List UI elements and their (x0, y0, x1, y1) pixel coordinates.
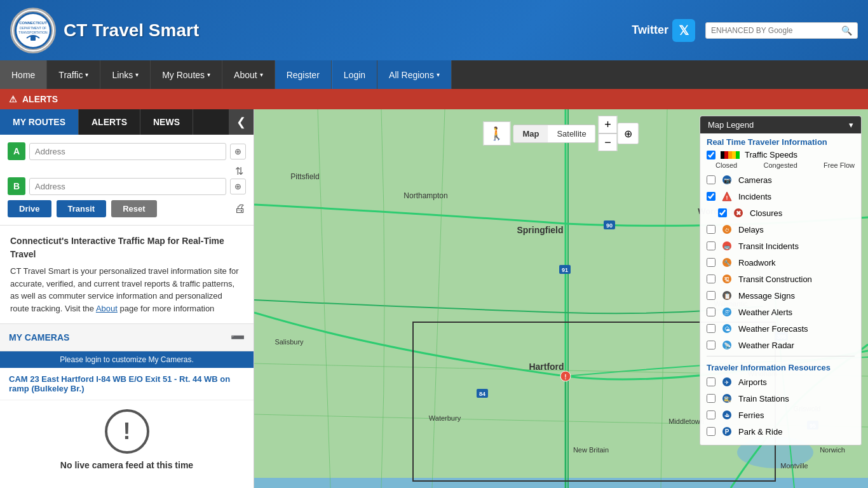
message-signs-checkbox[interactable] (707, 291, 715, 300)
svg-text:Norwich: Norwich (820, 446, 845, 454)
transit-construction-checkbox[interactable] (707, 274, 715, 283)
zoom-out-button[interactable]: − (599, 133, 618, 151)
route-section: A ⊕ ⇅ B ⊕ Drive Transit Reset 🖨 (0, 135, 254, 226)
incidents-checkbox[interactable] (707, 192, 715, 201)
center-map-button[interactable]: ⊕ (618, 123, 639, 144)
delays-checkbox[interactable] (707, 225, 715, 234)
camera-link-text[interactable]: CAM 23 East Hartford I-84 WB E/O Exit 51… (9, 374, 230, 393)
legend-delays: ⏱ Delays (700, 221, 861, 238)
train-stations-checkbox[interactable] (707, 394, 715, 403)
site-header: CONNECTICUT DEPARTMENT OF TRANSPORTATION… (0, 0, 868, 60)
transit-construction-icon: 🏗 (721, 273, 733, 285)
legend-cameras: 📷 Cameras (700, 172, 861, 188)
weather-forecasts-checkbox[interactable] (707, 324, 715, 333)
logo-icon: CONNECTICUT DEPARTMENT OF TRANSPORTATION (10, 8, 56, 53)
print-button[interactable]: 🖨 (234, 200, 246, 217)
legend-divider (707, 356, 855, 356)
zoom-controls: + − (599, 116, 618, 151)
nav-all-regions[interactable]: All Regions ▾ (377, 60, 452, 89)
map-satellite-toggle: Map Satellite (513, 125, 595, 143)
cameras-checkbox[interactable] (707, 175, 715, 184)
svg-text:TRANSPORTATION: TRANSPORTATION (18, 30, 48, 34)
cameras-title: MY CAMERAS (9, 332, 69, 342)
about-link[interactable]: About (96, 304, 118, 313)
roadwork-icon: 🔧 (721, 256, 733, 269)
map-mode-button[interactable]: Map (513, 125, 548, 142)
legend-transit-incidents: 🚌 Transit Incidents (700, 238, 861, 254)
route-a-input[interactable] (29, 143, 226, 160)
legend-closures: ✖ Closures (700, 205, 861, 221)
info-title: Connecticut's Interactive Traffic Map fo… (10, 234, 243, 261)
weather-radar-checkbox[interactable] (707, 341, 715, 349)
svg-text:📡: 📡 (724, 342, 731, 349)
legend-park-ride: P Park & Ride (700, 423, 861, 440)
airports-icon: ✈ (721, 376, 733, 388)
cameras-header: MY CAMERAS ➖ (0, 324, 254, 351)
svg-text:🌤: 🌤 (724, 326, 730, 332)
alerts-icon: ⚠ (9, 94, 17, 104)
svg-rect-8 (254, 478, 868, 488)
tab-news[interactable]: NEWS (140, 109, 193, 135)
closures-checkbox[interactable] (718, 208, 727, 217)
map-area[interactable]: Springfield Hartford Worcester Northampt… (254, 109, 868, 488)
traffic-speeds-icon (721, 151, 740, 159)
nav-my-routes[interactable]: My Routes ▾ (151, 60, 222, 89)
twitter-label: Twitter (632, 24, 668, 37)
legend-dropdown-icon: ▾ (849, 120, 853, 130)
map-legend-panel: Map Legend ▾ Real Time Traveler Informat… (700, 116, 862, 445)
transit-button[interactable]: Transit (57, 200, 107, 217)
site-title: CT Travel Smart (64, 20, 199, 41)
cameras-collapse-btn[interactable]: ➖ (231, 330, 245, 344)
svg-text:Springfield: Springfield (517, 225, 563, 235)
twitter-icon: 𝕏 (672, 19, 695, 42)
svg-text:90: 90 (606, 222, 613, 229)
nav-register[interactable]: Register (275, 60, 332, 89)
reset-button[interactable]: Reset (111, 200, 156, 217)
incidents-label: Incidents (738, 192, 771, 201)
delays-label: Delays (738, 225, 764, 234)
street-view-button[interactable]: 🚶 (483, 121, 510, 146)
search-input[interactable] (711, 26, 841, 35)
nav-links[interactable]: Links ▾ (100, 60, 151, 89)
tab-my-routes[interactable]: MY ROUTES (0, 109, 79, 135)
cameras-icon: 📷 (721, 173, 733, 186)
info-body: CT Travel Smart is your personalized tra… (10, 265, 243, 315)
nav-about[interactable]: About ▾ (222, 60, 275, 89)
traffic-speeds-checkbox[interactable] (707, 151, 715, 159)
panel-tabs: MY ROUTES ALERTS NEWS ❮ (0, 109, 254, 135)
transit-incidents-checkbox[interactable] (707, 241, 715, 250)
legend-traffic-speeds: Traffic Speeds (700, 148, 861, 161)
svg-text:Hartford: Hartford (529, 362, 564, 372)
svg-text:!: ! (564, 374, 566, 381)
back-button[interactable]: ❮ (229, 109, 254, 135)
svg-text:⏱: ⏱ (724, 227, 729, 233)
park-ride-checkbox[interactable] (707, 427, 715, 436)
roadwork-checkbox[interactable] (707, 258, 715, 267)
tab-alerts[interactable]: ALERTS (79, 109, 140, 135)
airports-checkbox[interactable] (707, 377, 715, 386)
info-section: Connecticut's Interactive Traffic Map fo… (0, 226, 254, 324)
twitter-link[interactable]: Twitter 𝕏 (632, 19, 695, 42)
ferries-checkbox[interactable] (707, 410, 715, 419)
legend-ferries: ⛴ Ferries (700, 407, 861, 423)
svg-text:✈: ✈ (724, 379, 729, 386)
zoom-in-button[interactable]: + (599, 116, 618, 133)
nav-home[interactable]: Home (0, 60, 47, 89)
nav-traffic[interactable]: Traffic ▾ (47, 60, 100, 89)
ct-dot-seal: CONNECTICUT DEPARTMENT OF TRANSPORTATION (13, 10, 53, 51)
route-b-target-btn[interactable]: ⊕ (230, 179, 246, 194)
drive-button[interactable]: Drive (8, 200, 51, 217)
swap-button[interactable]: ⇅ (8, 165, 246, 177)
legend-header[interactable]: Map Legend ▾ (700, 116, 861, 133)
route-b-letter: B (8, 177, 25, 195)
transit-construction-label: Transit Construction (738, 274, 812, 284)
my-routes-arrow: ▾ (207, 71, 210, 78)
satellite-mode-button[interactable]: Satellite (548, 125, 595, 142)
legend-message-signs: 📋 Message Signs (700, 287, 861, 304)
search-icon[interactable]: 🔍 (841, 25, 852, 36)
weather-radar-label: Weather Radar (738, 341, 794, 350)
nav-login[interactable]: Login (332, 60, 377, 89)
route-a-target-btn[interactable]: ⊕ (230, 144, 246, 159)
route-b-input[interactable] (29, 178, 226, 195)
weather-alerts-checkbox[interactable] (707, 308, 715, 316)
